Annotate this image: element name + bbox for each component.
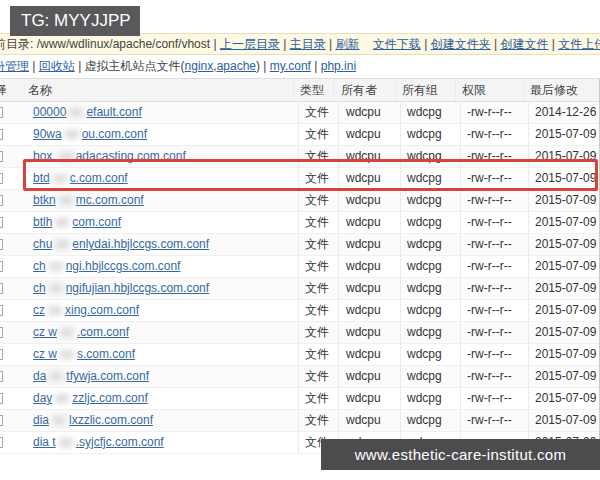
- row-group: wdcpg: [400, 168, 460, 189]
- toolbar-link[interactable]: 创建文件: [500, 37, 548, 51]
- row-perms: -rw-r--r--: [460, 124, 528, 145]
- row-type: 文件: [298, 322, 338, 343]
- file-link[interactable]: btdc.com.conf: [33, 171, 128, 185]
- row-name-cell: datfywja.com.conf: [26, 366, 298, 387]
- toolbar-link[interactable]: 主目录: [290, 37, 326, 51]
- row-checkbox[interactable]: [0, 349, 3, 360]
- toolbar-text: 前目录:: [0, 37, 37, 51]
- watermark-bottom-label: www.esthetic-care-institut.com: [355, 446, 567, 463]
- file-link[interactable]: dialxzzlic.com.conf: [33, 413, 153, 427]
- row-owner: wdcpu: [338, 146, 400, 167]
- row-checkbox[interactable]: [0, 195, 3, 206]
- watermark-top: TG: MYYJJPP: [10, 6, 140, 36]
- header-select: 择: [0, 79, 21, 101]
- file-link[interactable]: btknmc.com.conf: [33, 193, 144, 207]
- row-group: wdcpg: [400, 300, 460, 321]
- row-checkbox[interactable]: [0, 283, 3, 294]
- toolbar-link[interactable]: apache: [217, 59, 256, 73]
- row-checkbox[interactable]: [0, 327, 3, 338]
- row-perms: -rw-r--r--: [460, 102, 528, 123]
- row-owner: wdcpu: [338, 234, 400, 255]
- file-link[interactable]: box.adacasting.com.conf: [33, 149, 186, 163]
- row-group: wdcpg: [400, 102, 460, 123]
- row-type: 文件: [298, 102, 338, 123]
- row-checkbox[interactable]: [0, 217, 3, 228]
- toolbar-link[interactable]: 刷新: [335, 37, 359, 51]
- row-group: wdcpg: [400, 278, 460, 299]
- row-name-cell: dialxzzlic.com.conf: [26, 410, 298, 431]
- row-type: 文件: [298, 168, 338, 189]
- censored-blur: [49, 284, 63, 293]
- row-select-cell: [0, 168, 26, 189]
- toolbar-link[interactable]: 上一层目录: [220, 37, 280, 51]
- row-group: wdcpg: [400, 146, 460, 167]
- table-row: chuenlydai.hbjlccgs.com.conf 文件 wdcpu wd…: [0, 234, 599, 256]
- row-checkbox[interactable]: [0, 151, 3, 162]
- row-owner: wdcpu: [338, 366, 400, 387]
- file-link[interactable]: btlhcom.conf: [33, 215, 121, 229]
- row-perms: -rw-r--r--: [460, 190, 528, 211]
- row-checkbox[interactable]: [0, 371, 3, 382]
- toolbar-link[interactable]: 份管理: [0, 59, 29, 73]
- row-checkbox[interactable]: [0, 239, 3, 250]
- header-group: 所有组: [395, 79, 455, 101]
- file-link[interactable]: cz w.com.conf: [33, 325, 129, 339]
- row-name-cell: czxing.com.conf: [26, 300, 298, 321]
- table-row: cz ws.com.conf 文件 wdcpu wdcpg -rw-r--r--…: [0, 344, 599, 366]
- file-link[interactable]: cz ws.com.conf: [33, 347, 135, 361]
- toolbar-link[interactable]: 文件上传: [558, 37, 600, 51]
- header-type: 类型: [293, 79, 333, 101]
- row-group: wdcpg: [400, 388, 460, 409]
- row-checkbox[interactable]: [0, 305, 3, 316]
- file-link[interactable]: datfywja.com.conf: [33, 369, 149, 383]
- row-date: 2015-07-09: [528, 146, 599, 167]
- toolbar-link[interactable]: 回收站: [39, 59, 75, 73]
- file-link[interactable]: 90waou.com.conf: [33, 127, 147, 141]
- toolbar-link[interactable]: 文件下载: [373, 37, 421, 51]
- row-select-cell: [0, 102, 26, 123]
- file-link[interactable]: czxing.com.conf: [33, 303, 139, 317]
- toolbar-text: |: [311, 59, 321, 73]
- row-date: 2015-07-09: [528, 168, 599, 189]
- toolbar-link[interactable]: nginx: [185, 59, 214, 73]
- file-link[interactable]: 00000efault.conf: [33, 105, 142, 119]
- row-name-cell: btlhcom.conf: [26, 212, 298, 233]
- row-owner: wdcpu: [338, 190, 400, 211]
- toolbar-link[interactable]: my.conf: [270, 59, 311, 73]
- toolbar-text: 虚拟主机站点文件(: [85, 59, 185, 73]
- row-name-cell: dayzzljc.com.conf: [26, 388, 298, 409]
- watermark-bottom: www.esthetic-care-institut.com: [321, 439, 600, 470]
- toolbar-link[interactable]: php.ini: [321, 59, 356, 73]
- toolbar-text: /www/wdlinux/apache/conf/vhost: [37, 37, 210, 51]
- row-checkbox[interactable]: [0, 415, 3, 426]
- row-select-cell: [0, 146, 26, 167]
- censored-blur: [59, 196, 73, 205]
- table-header-row: 择 名称 类型 所有者 所有组 权限 最后修改: [0, 79, 599, 102]
- row-checkbox[interactable]: [0, 261, 3, 272]
- file-link[interactable]: chuenlydai.hbjlccgs.com.conf: [33, 237, 209, 251]
- row-perms: -rw-r--r--: [460, 256, 528, 277]
- file-link[interactable]: chngi.hbjlccgs.com.conf: [33, 259, 180, 273]
- row-checkbox[interactable]: [0, 393, 3, 404]
- row-checkbox[interactable]: [0, 173, 3, 184]
- quick-links-content: 份管理 | 回收站 | 虚拟主机站点文件(nginx,apache) | my.…: [0, 59, 356, 73]
- toolbar-text: |: [75, 59, 85, 73]
- row-group: wdcpg: [400, 212, 460, 233]
- toolbar-link[interactable]: 创建文件夹: [431, 37, 491, 51]
- table-row: cz w.com.conf 文件 wdcpu wdcpg -rw-r--r-- …: [0, 322, 599, 344]
- file-link[interactable]: dia t.syjcfjc.com.conf: [33, 435, 164, 449]
- row-perms: -rw-r--r--: [460, 168, 528, 189]
- censored-blur: [69, 108, 83, 117]
- toolbar-text: |: [210, 37, 220, 51]
- censored-blur: [60, 350, 74, 359]
- row-checkbox[interactable]: [0, 129, 3, 140]
- row-select-cell: [0, 388, 26, 409]
- row-owner: wdcpu: [338, 212, 400, 233]
- toolbar-text: |: [421, 37, 431, 51]
- row-checkbox[interactable]: [0, 107, 3, 118]
- table-row: btknmc.com.conf 文件 wdcpu wdcpg -rw-r--r-…: [0, 190, 599, 212]
- row-checkbox[interactable]: [0, 437, 3, 448]
- row-date: 2014-12-26: [528, 102, 599, 123]
- file-link[interactable]: chngifujian.hbjlccgs.com.conf: [33, 281, 209, 295]
- file-link[interactable]: dayzzljc.com.conf: [33, 391, 148, 405]
